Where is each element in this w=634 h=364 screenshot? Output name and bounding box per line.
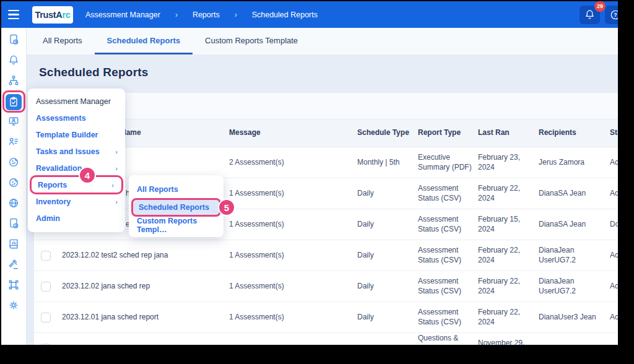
menu-item-template-builder[interactable]: Template Builder (28, 126, 125, 143)
sidebar-item-user-list[interactable] (1, 132, 27, 153)
table-row[interactable]: 2023.12.02 test2 sched rep jana1 Assessm… (34, 240, 618, 271)
cell-message: 1 Assessment(s) (229, 282, 357, 292)
cell-schedule-type: Daily (357, 220, 418, 230)
report-tabs: All ReportsScheduled ReportsCustom Repor… (27, 28, 618, 54)
submenu-item-custom-reports-templ-[interactable]: Custom Reports Templ… (129, 217, 224, 233)
cell-schedule-type: Daily (357, 251, 418, 261)
user-list-icon (7, 136, 20, 150)
cell-schedule-type: Daily (357, 344, 418, 345)
submenu-item-label: Scheduled Reports (139, 203, 209, 212)
table-row[interactable]: 2023.12.02 jana sched rep1 Assessment(s)… (34, 271, 618, 302)
doc-info-icon (7, 217, 20, 232)
logo-text-main: TrustA (35, 10, 62, 20)
cell-last-ran: February 23, 2024 (478, 153, 539, 172)
cell-schedule-type: Monthly | 5th (357, 158, 418, 168)
row-select-cell (34, 251, 62, 261)
app-window: TrustArc Assessment Manager›Reports›Sche… (1, 1, 618, 345)
cookie-scan-icon (7, 176, 20, 191)
cell-name: 2023.12.02 test2 sched rep jana (62, 251, 229, 261)
column-header-recipients[interactable]: Recipients (539, 128, 610, 138)
table-row[interactable]: 2023.12.01 jana sched report1 Assessment… (34, 302, 618, 333)
assessment-clipboard-icon (6, 94, 22, 110)
notifications-button[interactable]: 29 (580, 6, 600, 24)
sidebar-item-assessment-clipboard[interactable] (1, 92, 27, 112)
notification-count-badge: 29 (594, 1, 606, 12)
sidebar-item-gavel[interactable] (1, 255, 27, 275)
row-checkbox[interactable] (41, 344, 51, 345)
row-checkbox[interactable] (41, 251, 51, 261)
column-header-last-ran[interactable]: Last Ran (478, 128, 539, 138)
menu-item-assessments[interactable]: Assessments (28, 110, 125, 126)
breadcrumb: Assessment Manager›Reports›Scheduled Rep… (85, 11, 318, 19)
tab-custom-reports-template[interactable]: Custom Reports Template (193, 28, 310, 54)
annotation-callout-4: 4 (79, 167, 96, 184)
column-header-report-type[interactable]: Report Type (418, 128, 478, 138)
table-row[interactable]: admin own1 Assessment(s)DailyQuestions &… (34, 333, 618, 345)
cell-recipients: DianaUser3 Jean (539, 313, 610, 323)
breadcrumb-item[interactable]: Scheduled Reports (252, 11, 318, 19)
breadcrumb-item[interactable]: Reports (193, 11, 220, 19)
menu-title: Assessment Manager (28, 89, 125, 110)
menu-item-tasks-and-issues[interactable]: Tasks and Issues› (28, 143, 125, 160)
sidebar-item-cookie-scan[interactable] (1, 173, 27, 194)
question-icon: ? (610, 9, 619, 20)
chevron-right-icon: › (115, 198, 118, 206)
chevron-right-icon: › (111, 181, 114, 189)
monitor-user-icon (7, 115, 20, 130)
menu-item-label: Template Builder (36, 131, 98, 139)
sidebar-item-gear[interactable] (1, 296, 27, 316)
cell-status: Active (610, 251, 618, 261)
hamburger-menu-icon[interactable] (1, 1, 26, 28)
sidebar-item-book-chart[interactable] (1, 235, 27, 255)
sidebar-item-doc-info[interactable] (1, 214, 27, 235)
cell-report-type: Assessment Status (CSV) (418, 215, 478, 234)
cell-last-ran: February 22, 2024 (478, 184, 539, 203)
tab-scheduled-reports[interactable]: Scheduled Reports (95, 28, 193, 54)
row-checkbox[interactable] (41, 282, 51, 292)
cell-recipients: Jerus Zamora (539, 158, 610, 168)
cell-last-ran: February 15, 2024 (478, 215, 539, 234)
column-header-schedule-type[interactable]: Schedule Type (357, 128, 418, 138)
submenu-item-scheduled-reports[interactable]: Scheduled Reports5 (131, 198, 221, 217)
menu-item-label: Admin (36, 214, 60, 223)
cell-report-type: Assessment Status (CSV) (418, 184, 478, 203)
column-header-status[interactable]: Status (610, 128, 618, 138)
sidebar-item-sitemap[interactable] (1, 71, 27, 92)
sidebar-item-report-clock[interactable] (1, 30, 27, 51)
breadcrumb-item[interactable]: Assessment Manager (85, 11, 160, 19)
cell-message: 1 Assessment(s) (229, 220, 357, 230)
top-bar: TrustArc Assessment Manager›Reports›Sche… (1, 1, 618, 28)
cell-schedule-type: Daily (357, 189, 418, 199)
annotation-callout-5: 5 (218, 199, 235, 216)
sidebar-item-bell[interactable] (1, 51, 27, 71)
cell-name: 2023.12.02 jana sched rep (62, 282, 229, 292)
menu-item-reports[interactable]: Reports›4 (30, 175, 123, 194)
cell-message: 1 Assessment(s) (229, 189, 357, 199)
menu-item-label: Revalidation (36, 164, 82, 173)
gear-icon (7, 299, 20, 314)
sidebar-item-globe[interactable] (1, 194, 27, 214)
cell-last-ran: February 22, 2024 (478, 277, 539, 296)
cookie-icon (7, 156, 20, 171)
breadcrumb-chevron-icon: › (175, 11, 178, 19)
cell-recipients: DianaSA Jean (539, 189, 610, 199)
sidebar-item-monitor-user[interactable] (1, 112, 27, 132)
cell-report-type: Assessment Status (CSV) (418, 246, 478, 265)
menu-items: AssessmentsTemplate BuilderTasks and Iss… (28, 110, 125, 227)
menu-item-label: Inventory (36, 197, 71, 206)
help-button[interactable]: ? (605, 6, 618, 24)
tab-all-reports[interactable]: All Reports (30, 28, 95, 54)
menu-item-inventory[interactable]: Inventory› (28, 193, 125, 210)
sidebar-item-cookie[interactable] (1, 153, 27, 173)
trustarc-logo[interactable]: TrustArc (32, 6, 73, 24)
cell-status: Done (610, 344, 618, 345)
cell-name: admin own (62, 344, 229, 345)
cell-report-type: Assessment Status (CSV) (418, 277, 478, 296)
column-header-message[interactable]: Message (229, 128, 357, 138)
sidebar-item-frame-nodes[interactable] (1, 275, 27, 296)
submenu-item-all-reports[interactable]: All Reports (129, 181, 224, 197)
row-checkbox[interactable] (41, 313, 51, 323)
cell-status: Active (610, 189, 618, 199)
menu-item-admin[interactable]: Admin (28, 210, 125, 227)
menu-item-revalidation[interactable]: Revalidation› (28, 160, 125, 176)
